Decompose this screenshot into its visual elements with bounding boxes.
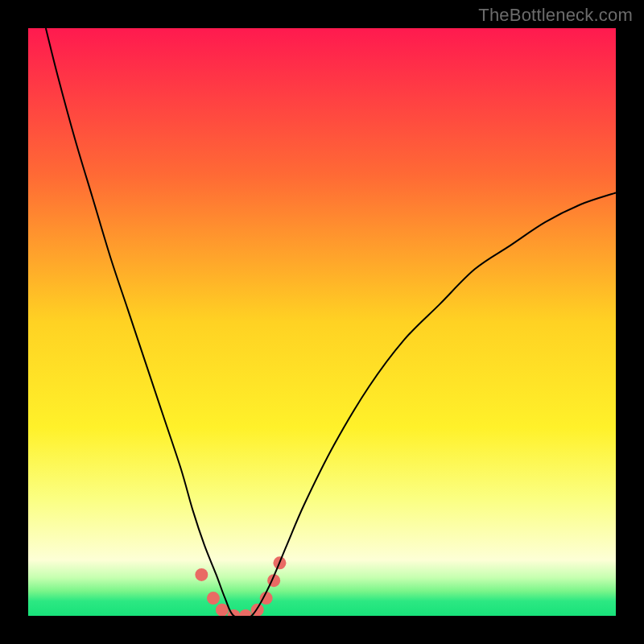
watermark-text: TheBottleneck.com bbox=[478, 5, 633, 26]
highlight-marker bbox=[207, 592, 220, 605]
curve-layer bbox=[28, 28, 616, 616]
highlight-marker bbox=[216, 604, 229, 616]
highlight-marker bbox=[195, 568, 208, 581]
highlight-marker bbox=[239, 609, 252, 616]
highlight-markers bbox=[195, 556, 286, 616]
plot-area bbox=[28, 28, 616, 616]
chart-container: TheBottleneck.com bbox=[0, 0, 644, 644]
bottleneck-curve bbox=[46, 28, 616, 616]
